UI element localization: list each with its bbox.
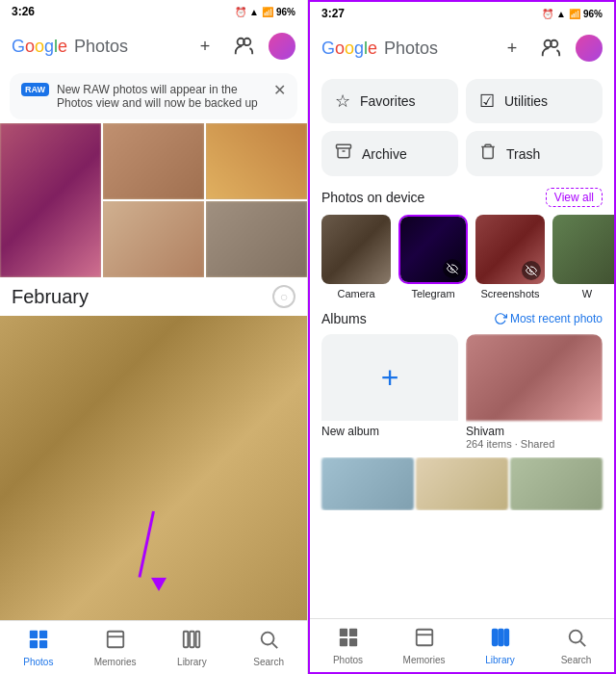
svg-rect-3 [30, 639, 38, 647]
shivam-album-card[interactable]: Shivam 264 items · Shared [466, 334, 603, 454]
svg-rect-19 [339, 637, 346, 645]
new-album-info: New album [321, 421, 458, 442]
shivam-album-info: Shivam 264 items · Shared [466, 421, 603, 454]
top-bar-actions-left: + [192, 33, 295, 60]
new-album-name: New album [321, 425, 458, 438]
svg-line-27 [580, 641, 585, 646]
quick-utilities[interactable]: ☑ Utilities [466, 79, 603, 123]
google-photos-logo-left: Google Photos [12, 37, 192, 57]
favorites-label: Favorites [360, 93, 416, 109]
nav-library-left[interactable]: Library [154, 621, 231, 674]
signal-icon: ▲ [249, 7, 259, 17]
photo-tile-3[interactable] [206, 123, 307, 199]
search-nav-icon-right [566, 627, 587, 653]
svg-rect-8 [191, 631, 195, 647]
status-icons-left: ⏰ ▲ 📶 96% [235, 7, 295, 17]
battery-icon: 96% [276, 7, 295, 17]
select-all-circle[interactable]: ○ [272, 285, 295, 308]
quick-archive[interactable]: Archive [321, 131, 458, 176]
telegram-thumb [398, 215, 468, 284]
svg-rect-7 [184, 631, 189, 647]
month-title: February ○ [12, 285, 295, 308]
most-recent-photo-link[interactable]: Most recent photo [494, 312, 603, 325]
nav-memories-right[interactable]: Memories [386, 619, 462, 672]
top-bar-actions-right: + [499, 35, 603, 62]
albums-section: Albums Most recent photo + New album Shi [310, 307, 614, 457]
archive-label: Archive [362, 146, 407, 162]
battery-right: 96% [583, 9, 603, 19]
bottom-thumb-2[interactable] [416, 457, 508, 510]
folder-camera[interactable]: Camera [321, 215, 391, 299]
photo-tile-2[interactable] [103, 123, 204, 199]
device-photos-row: Camera Telegram Screenshots [310, 211, 614, 307]
quick-trash[interactable]: Trash [466, 131, 603, 176]
svg-rect-4 [39, 639, 47, 647]
google-photos-logo-right: Google Photos [321, 39, 499, 59]
right-panel: 3:27 ⏰ ▲ 📶 96% Google Photos + ☆ Favorit… [308, 0, 616, 674]
nav-photos-label-left: Photos [23, 657, 53, 667]
bottom-nav-right: Photos Memories Library Search [310, 618, 614, 672]
bottom-thumb-1[interactable] [321, 457, 414, 510]
status-bar-left: 3:26 ⏰ ▲ 📶 96% [0, 0, 307, 23]
utilities-icon: ☑ [479, 91, 495, 112]
device-section-title: Photos on device [321, 190, 424, 205]
screenshots-label: Screenshots [480, 288, 539, 299]
add-button-right[interactable]: + [499, 35, 526, 62]
shivam-album-thumb [466, 334, 603, 421]
add-album-icon: + [381, 360, 399, 396]
share-button-right[interactable] [537, 35, 564, 62]
wifi-icon-right: 📶 [569, 9, 580, 19]
svg-point-26 [569, 630, 581, 642]
photo-tile-5[interactable] [206, 201, 307, 277]
bottom-nav-left: Photos Memories Library Search [0, 620, 307, 674]
view-all-button[interactable]: View all [546, 188, 603, 207]
add-button-left[interactable]: + [192, 33, 218, 60]
shivam-album-meta: 264 items · Shared [466, 438, 603, 450]
albums-title: Albums [321, 311, 367, 326]
status-time-left: 3:26 [12, 5, 35, 18]
nav-library-label-left: Library [177, 657, 207, 667]
library-nav-icon-right [490, 627, 511, 653]
folder-telegram[interactable]: Telegram [398, 215, 468, 299]
avatar-right[interactable] [576, 35, 603, 62]
svg-rect-1 [30, 630, 38, 637]
signal-icon-right: ▲ [556, 9, 566, 19]
avatar-left[interactable] [269, 33, 295, 60]
shivam-album-name: Shivam [466, 425, 603, 438]
share-button-left[interactable] [230, 33, 257, 60]
big-photo[interactable] [0, 316, 307, 620]
top-bar-left: Google Photos + [0, 23, 307, 69]
svg-point-10 [262, 632, 274, 644]
star-icon: ☆ [335, 91, 350, 112]
camera-thumb [321, 215, 391, 284]
nav-photos-label-right: Photos [333, 655, 363, 665]
bottom-thumb-3[interactable] [510, 457, 603, 510]
folder-w[interactable]: W [552, 215, 614, 299]
nav-memories-left[interactable]: Memories [77, 621, 154, 674]
memories-nav-icon-right [414, 627, 435, 653]
nav-library-right[interactable]: Library [462, 619, 538, 672]
month-section: February ○ [0, 277, 307, 312]
device-section-header: Photos on device View all [310, 184, 614, 211]
status-icons-right: ⏰ ▲ 📶 96% [542, 9, 603, 19]
w-thumb [552, 215, 614, 284]
new-album-thumb: + [321, 334, 458, 421]
photo-mosaic [0, 123, 307, 277]
new-album-card[interactable]: + New album [321, 334, 458, 454]
notification-close[interactable]: ✕ [273, 83, 286, 98]
folder-screenshots[interactable]: Screenshots [475, 215, 545, 299]
left-panel: 3:26 ⏰ ▲ 📶 96% Google Photos + RAW New R… [0, 0, 308, 674]
alarm-icon: ⏰ [235, 7, 246, 17]
top-bar-right: Google Photos + [310, 25, 614, 71]
nav-photos-left[interactable]: Photos [0, 621, 77, 674]
svg-rect-21 [416, 629, 432, 645]
nav-search-right[interactable]: Search [538, 619, 614, 672]
photo-tile-4[interactable] [103, 201, 204, 277]
bottom-photos-row [310, 457, 614, 510]
quick-access-grid: ☆ Favorites ☑ Utilities Archive Trash [310, 71, 614, 184]
photo-tile-1[interactable] [0, 123, 101, 277]
quick-favorites[interactable]: ☆ Favorites [321, 79, 458, 123]
nav-memories-label-left: Memories [94, 657, 137, 667]
nav-photos-right[interactable]: Photos [310, 619, 386, 672]
nav-search-left[interactable]: Search [230, 621, 307, 674]
